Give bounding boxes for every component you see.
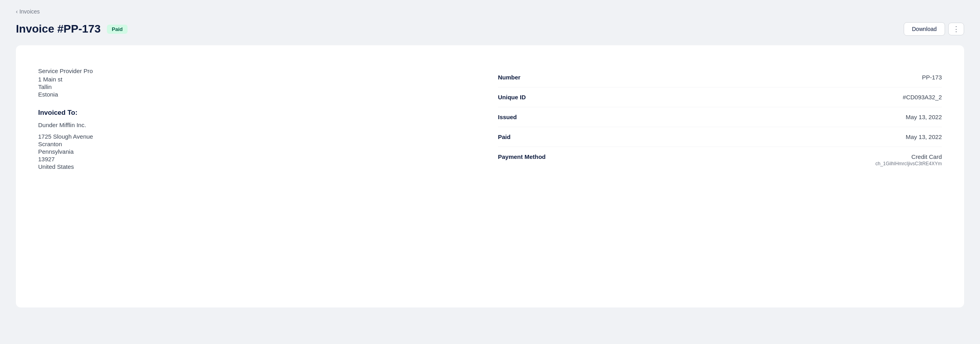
info-value-wrapper: PP-173 xyxy=(922,74,942,81)
left-section: Service Provider Pro 1 Main st Tallin Es… xyxy=(38,64,482,173)
info-value-wrapper: May 13, 2022 xyxy=(906,133,942,140)
info-row: Unique ID#CD093A32_2 xyxy=(498,87,942,107)
provider-address2: Tallin xyxy=(38,83,482,90)
info-value: PP-173 xyxy=(922,74,942,81)
info-value-wrapper: Credit Cardch_1GilhlHmrcIjivsC3tRE4XYm xyxy=(875,153,942,166)
info-row: PaidMay 13, 2022 xyxy=(498,127,942,147)
provider-address3: Estonia xyxy=(38,91,482,98)
provider-address1: 1 Main st xyxy=(38,76,482,83)
more-options-button[interactable]: ⋮ xyxy=(948,23,964,35)
paid-badge: Paid xyxy=(107,25,127,34)
right-section: NumberPP-173Unique ID#CD093A32_2IssuedMa… xyxy=(498,64,942,173)
client-address4: 13927 xyxy=(38,156,482,162)
client-address5: United States xyxy=(38,163,482,170)
info-label: Unique ID xyxy=(498,94,526,100)
client-name: Dunder Mifflin Inc. xyxy=(38,122,482,128)
info-value-wrapper: #CD093A32_2 xyxy=(903,94,942,100)
invoice-body: Service Provider Pro 1 Main st Tallin Es… xyxy=(38,64,942,173)
info-label: Payment Method xyxy=(498,153,546,160)
breadcrumb-link[interactable]: ‹ Invoices xyxy=(16,8,40,15)
info-label: Issued xyxy=(498,114,517,120)
client-address2: Scranton xyxy=(38,141,482,147)
info-value-wrapper: May 13, 2022 xyxy=(906,114,942,120)
info-sub-value: ch_1GilhlHmrcIjivsC3tRE4XYm xyxy=(875,161,942,166)
invoice-card: Service Provider Pro 1 Main st Tallin Es… xyxy=(16,45,964,307)
info-value: #CD093A32_2 xyxy=(903,94,942,100)
client-address3: Pennsylvania xyxy=(38,148,482,155)
header-right: Download ⋮ xyxy=(904,22,964,36)
invoiced-to-label: Invoiced To: xyxy=(38,109,482,117)
header-left: Invoice #PP-173 Paid xyxy=(16,23,128,35)
info-value: May 13, 2022 xyxy=(906,114,942,120)
provider-name: Service Provider Pro xyxy=(38,68,482,74)
info-label: Paid xyxy=(498,133,511,140)
info-row: Payment MethodCredit Cardch_1GilhlHmrcIj… xyxy=(498,147,942,173)
download-button[interactable]: Download xyxy=(904,22,945,36)
header-row: Invoice #PP-173 Paid Download ⋮ xyxy=(16,22,964,36)
more-icon: ⋮ xyxy=(953,25,960,33)
info-row: NumberPP-173 xyxy=(498,68,942,87)
info-value: Credit Card xyxy=(875,153,942,160)
breadcrumb-label: Invoices xyxy=(19,8,40,15)
client-address1: 1725 Slough Avenue xyxy=(38,133,482,140)
breadcrumb-nav: ‹ Invoices xyxy=(16,8,964,15)
info-row: IssuedMay 13, 2022 xyxy=(498,107,942,127)
info-value: May 13, 2022 xyxy=(906,133,942,140)
invoice-title: Invoice #PP-173 xyxy=(16,23,101,35)
chevron-left-icon: ‹ xyxy=(16,8,18,15)
info-label: Number xyxy=(498,74,521,81)
page-container: ‹ Invoices Invoice #PP-173 Paid Download… xyxy=(0,0,980,344)
